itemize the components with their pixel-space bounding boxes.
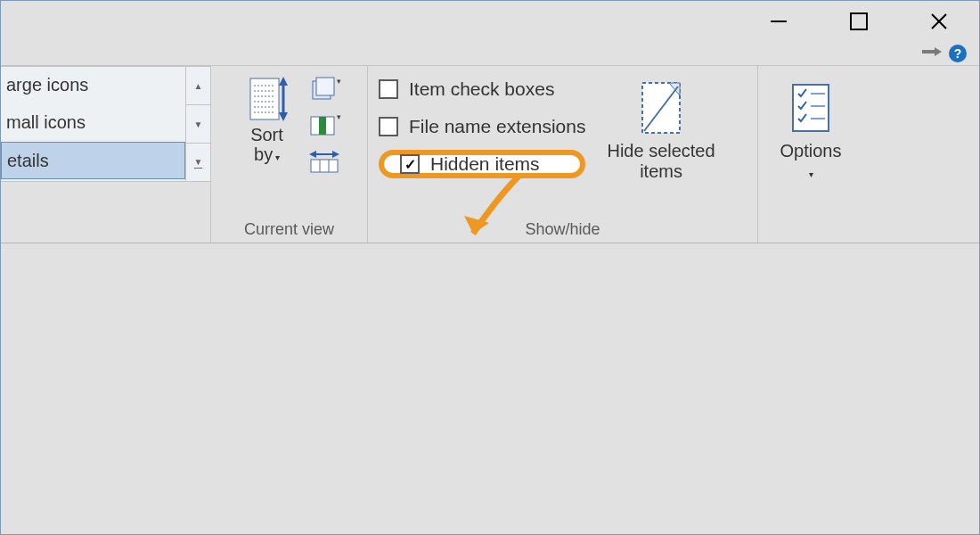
show-hide-checks: Item check boxes File name extensions Hi… (379, 71, 585, 178)
svg-marker-22 (332, 151, 339, 158)
svg-rect-1 (851, 13, 867, 29)
scroll-more-button[interactable]: ▼ (186, 144, 210, 181)
view-small-buttons: ▾ ▾ (306, 71, 343, 177)
options-icon (789, 81, 832, 135)
checkbox-icon (379, 117, 398, 136)
layout-item-small-icons[interactable]: mall icons (1, 104, 185, 142)
layout-item-label: arge icons (6, 75, 88, 95)
current-view-group-label: Current view (244, 217, 334, 239)
titlebar (1, 1, 979, 42)
options-group: Options ▾ (758, 66, 863, 243)
dropdown-icon: ▾ (809, 169, 813, 179)
current-view-group: Sort by ▾ ▾ (211, 66, 368, 243)
layout-list[interactable]: arge icons mall icons etails ▲ ▼ ▼ (1, 66, 211, 182)
svg-rect-23 (311, 160, 338, 172)
layout-views-group: arge icons mall icons etails ▲ ▼ ▼ (1, 66, 211, 243)
pin-icon[interactable] (922, 45, 942, 62)
close-icon (929, 12, 949, 31)
hide-selected-items-button[interactable]: Hide selected items (598, 71, 723, 182)
sort-by-label-1: Sort (250, 125, 283, 144)
file-name-extensions-label: File name extensions (409, 116, 585, 137)
svg-rect-17 (316, 78, 334, 95)
file-name-extensions-checkbox[interactable]: File name extensions (379, 112, 585, 141)
ribbon: arge icons mall icons etails ▲ ▼ ▼ (1, 65, 979, 243)
hide-selected-label-1: Hide selected (607, 141, 715, 160)
maximize-icon (850, 12, 868, 30)
minimize-icon (769, 12, 788, 31)
sort-by-button[interactable]: Sort by ▾ (236, 71, 298, 164)
show-hide-group-label: Show/hide (525, 217, 600, 239)
checkbox-checked-icon (400, 154, 420, 174)
window-controls (739, 1, 979, 42)
maximize-button[interactable] (819, 1, 899, 42)
hidden-items-checkbox[interactable]: Hidden items (379, 150, 585, 178)
layout-item-details[interactable]: etails (1, 142, 185, 179)
checkbox-icon (379, 79, 398, 99)
item-check-boxes-checkbox[interactable]: Item check boxes (379, 75, 585, 103)
window-frame: ? arge icons mall icons etails ▲ (0, 0, 980, 535)
sort-by-label-2: by (254, 144, 273, 164)
svg-marker-14 (279, 77, 288, 86)
group-by-button[interactable]: ▾ (306, 75, 343, 105)
scroll-down-button[interactable]: ▼ (186, 105, 210, 144)
hide-selected-items-icon (639, 79, 683, 136)
close-button[interactable] (899, 1, 979, 42)
size-columns-icon (309, 149, 339, 174)
sort-by-icon (245, 75, 290, 125)
options-button[interactable]: Options ▾ (772, 71, 851, 182)
layout-item-label: mall icons (6, 112, 86, 133)
svg-marker-21 (309, 151, 316, 158)
scroll-up-button[interactable]: ▲ (186, 67, 210, 105)
layout-item-label: etails (7, 151, 49, 171)
show-hide-group: Item check boxes File name extensions Hi… (368, 66, 758, 243)
help-icon[interactable]: ? (949, 45, 967, 62)
layout-list-scroll: ▲ ▼ ▼ (185, 67, 210, 181)
item-check-boxes-label: Item check boxes (409, 78, 554, 100)
svg-rect-6 (250, 78, 279, 119)
size-columns-button[interactable] (306, 146, 343, 177)
svg-marker-15 (279, 112, 288, 121)
add-columns-icon (311, 113, 338, 138)
layout-item-large-icons[interactable]: arge icons (1, 67, 185, 104)
minimize-button[interactable] (739, 1, 819, 42)
add-columns-button[interactable]: ▾ (306, 111, 343, 141)
hide-selected-label-2: items (640, 161, 682, 181)
svg-marker-4 (922, 47, 942, 56)
svg-rect-19 (319, 117, 326, 135)
group-by-icon (311, 78, 338, 103)
svg-rect-29 (793, 85, 829, 131)
options-label: Options (780, 141, 842, 160)
hidden-items-label: Hidden items (430, 153, 540, 175)
ribbon-subbar: ? (1, 42, 979, 65)
